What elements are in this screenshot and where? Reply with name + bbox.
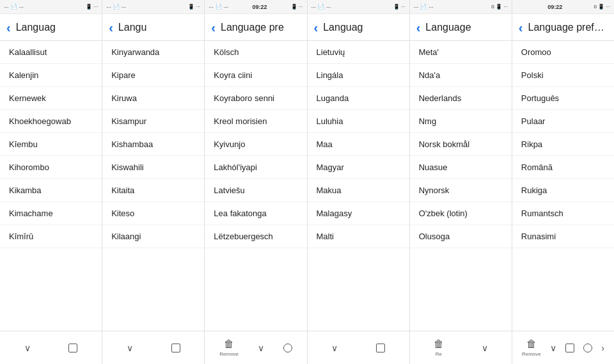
list-item[interactable]: Nuasue [410,156,512,179]
back-button[interactable]: ‹ [109,21,113,34]
list-item[interactable]: Kimachame [0,202,102,225]
nav-chevron[interactable]: ∨ [127,343,133,353]
list-item[interactable]: Kiteso [102,202,204,225]
language-list: LietuviųLingálaLugandaLuluhiaMaaMagyarMa… [308,41,409,248]
list-item[interactable]: Nynorsk [410,179,512,202]
list-item[interactable]: Kernewek [0,87,102,110]
language-list: KölschKoyra ciiniKoyraboro senniKreol mo… [205,41,306,248]
list-item[interactable]: Malti [308,225,409,248]
nav-chevron[interactable]: ∨ [258,343,264,353]
list-item[interactable]: Português [512,87,614,110]
list-item[interactable]: Kipare [102,64,204,87]
list-item[interactable]: Kishambaa [102,133,204,156]
list-item[interactable]: Lietuvių [308,41,409,64]
back-button[interactable]: ‹ [416,21,421,34]
nav-chevron-right[interactable]: › [601,343,604,353]
panel-footer: ∨ [102,331,204,364]
list-item[interactable]: Kīembu [0,133,102,156]
list-item[interactable]: Nmg [410,110,512,133]
nav-circle[interactable] [283,344,292,352]
panel-footer: 🗑Remove∨ [205,331,306,364]
header-title: Langu [118,22,147,33]
back-button[interactable]: ‹ [314,21,319,34]
language-list: KinyarwandaKipareKiruwaKisampurKishambaa… [102,41,204,248]
list-item[interactable]: Magyar [308,156,409,179]
panel-header: ‹Language preference [512,14,614,41]
list-item[interactable]: Lea fakatonga [205,202,306,225]
remove-label: Remove [219,351,239,357]
list-item[interactable]: Kyivunjo [205,133,306,156]
list-item[interactable]: Kihorombo [0,156,102,179]
list-item[interactable]: Kikamba [0,179,102,202]
list-item[interactable]: Lëtzebuergesch [205,225,306,248]
nav-square[interactable] [376,344,385,352]
list-item[interactable]: Koyraboro senni [205,87,306,110]
nav-chevron[interactable]: ∨ [331,343,338,353]
remove-label: Remove [522,351,541,357]
list-item[interactable]: Kölsch [205,41,306,64]
status-bar: ···📄···📱 ··· [0,0,102,14]
list-item[interactable]: Rukiga [512,179,614,202]
list-item[interactable]: Nda'a [410,64,512,87]
list-item[interactable]: Kilaangi [102,225,204,248]
chevron-down-icon: ∨ [331,343,338,353]
back-button[interactable]: ‹ [211,21,216,34]
header-title: Languag [16,22,56,33]
list-item[interactable]: Kitaita [102,179,204,202]
list-item[interactable]: Makua [308,179,409,202]
nav-circle[interactable] [583,344,592,352]
list-item[interactable]: Pulaar [512,110,614,133]
remove-button[interactable]: 🗑Re [434,338,444,357]
list-item[interactable]: Kīmīrū [0,225,102,248]
nav-chevron[interactable]: ∨ [482,343,488,353]
list-item[interactable]: Rumantsch [512,202,614,225]
status-time: 09:22 [252,4,267,10]
nav-chevron[interactable]: ∨ [550,343,556,353]
list-item[interactable]: Kiruwa [102,87,204,110]
list-item[interactable]: Luluhia [308,110,409,133]
list-item[interactable]: Kinyarwanda [102,41,204,64]
list-item[interactable]: Norsk bokmål [410,133,512,156]
nav-square[interactable] [68,344,77,352]
list-item[interactable]: Olusoga [410,225,512,248]
list-item[interactable]: Khoekhoegowab [0,110,102,133]
language-list-container: Meta'Nda'aNederlandsNmgNorsk bokmålNuasu… [410,41,512,331]
remove-button[interactable]: 🗑Remove [522,338,541,357]
list-item[interactable]: Nederlands [410,87,512,110]
square-icon [565,344,574,352]
status-time: 09:22 [547,4,562,10]
list-item[interactable]: Maa [308,133,409,156]
back-button[interactable]: ‹ [6,21,11,34]
status-bar: ···📄···📱 ··· [102,0,204,14]
square-icon [68,344,77,352]
list-item[interactable]: Lakhól'iyapi [205,156,306,179]
list-item[interactable]: Polski [512,64,614,87]
remove-button[interactable]: 🗑Remove [219,338,239,357]
list-item[interactable]: Rikpa [512,133,614,156]
list-item[interactable]: O'zbek (lotin) [410,202,512,225]
status-left: ···📄··· [209,4,228,10]
list-item[interactable]: Kiswahili [102,156,204,179]
nav-square[interactable] [171,344,180,352]
list-item[interactable]: Kalaallisut [0,41,102,64]
list-item[interactable]: Meta' [410,41,512,64]
back-button[interactable]: ‹ [519,21,523,34]
list-item[interactable]: Malagasy [308,202,409,225]
language-list: KalaallisutKalenjinKernewekKhoekhoegowab… [0,41,102,248]
language-list-container: KinyarwandaKipareKiruwaKisampurKishambaa… [102,41,204,331]
status-bar: ···📄···0 📱 ··· [410,0,512,14]
list-item[interactable]: Kalenjin [0,64,102,87]
language-list: OromooPolskiPortuguêsPulaarRikpaRomânăRu… [512,41,614,248]
list-item[interactable]: Latviešu [205,179,306,202]
nav-chevron[interactable]: ∨ [24,343,31,353]
list-item[interactable]: Kreol morisien [205,110,306,133]
chevron-down-icon: ∨ [550,343,556,353]
list-item[interactable]: Luganda [308,87,409,110]
list-item[interactable]: Oromoo [512,41,614,64]
nav-square[interactable] [565,344,574,352]
list-item[interactable]: Kisampur [102,110,204,133]
list-item[interactable]: Română [512,156,614,179]
list-item[interactable]: Lingála [308,64,409,87]
list-item[interactable]: Runasimi [512,225,614,248]
list-item[interactable]: Koyra ciini [205,64,306,87]
